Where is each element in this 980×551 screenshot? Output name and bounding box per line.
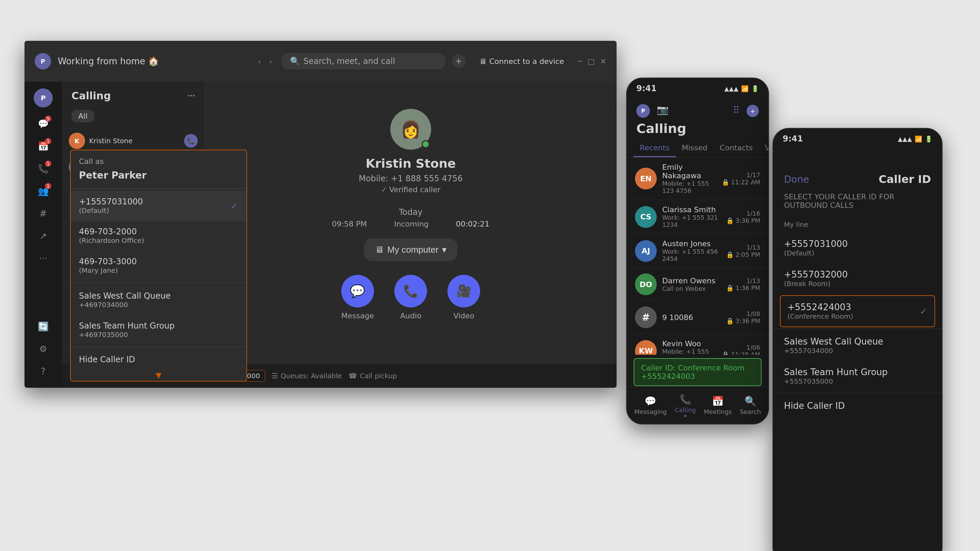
call-icon[interactable]: 📞 [184, 134, 198, 148]
call-duration: 00:02:21 [456, 220, 490, 228]
list-item[interactable]: EN Emily Nakagawa Mobile: +1 555 123 475… [627, 157, 768, 200]
list-item[interactable]: DO Darren Owens Call on Webex 1/13 🔒 1:3… [627, 268, 768, 301]
monitor-icon: 🖥 [479, 57, 487, 66]
item-number: 469-703-2000 [79, 227, 144, 237]
minimize-button[interactable]: ─ [578, 57, 582, 66]
caller-id-item-4[interactable]: Sales West Call Queue +5557034000 [773, 330, 942, 361]
meetings-label: Meetings [704, 408, 732, 415]
item-info: 469-703-2000 (Richardson Office) [79, 227, 144, 245]
phone-calling-title: Calling [627, 121, 768, 140]
queues-item[interactable]: ☰ Queues: Available [272, 372, 342, 380]
contact-panel: 👩 Kristin Stone Mobile: +1 888 555 4756 … [205, 82, 617, 388]
caller-id-item-hide[interactable]: Hide Caller ID [773, 395, 942, 417]
item-number: 469-703-3000 [79, 257, 137, 266]
battery-icon: 🔋 [751, 85, 759, 92]
list-item[interactable]: CS Clarissa Smith Work: +1 555 321 1234 … [627, 200, 768, 234]
item-info: Hide Caller ID [784, 401, 845, 411]
check-icon: ✓ [920, 306, 928, 317]
my-computer-button[interactable]: 🖥 My computer ▾ [364, 238, 457, 261]
add-button[interactable]: + [452, 54, 466, 68]
divider [71, 283, 247, 283]
avatar: # [635, 306, 657, 328]
audio-button[interactable]: 📞 [395, 275, 427, 308]
all-filter-button[interactable]: All [72, 110, 94, 122]
forward-button[interactable]: › [266, 56, 275, 67]
dropdown-item-sales-team[interactable]: Sales Team Hunt Group +4697035000 [71, 315, 247, 345]
filter-bar: All [62, 107, 205, 128]
sidebar-item-more[interactable]: ··· [34, 249, 53, 268]
item-info: Sales Team Hunt Group +5557035000 [784, 367, 888, 385]
connect-device-button[interactable]: 🖥 Connect to a device [472, 54, 571, 69]
tab-contacts[interactable]: Contacts [714, 140, 759, 157]
message-button[interactable]: 💬 [341, 275, 374, 308]
done-button[interactable]: Done [784, 174, 809, 185]
sidebar-item-apps[interactable]: ↗ [34, 227, 53, 246]
sidebar-item-channels[interactable]: # [34, 204, 53, 223]
list-item[interactable]: KW Kevin Woo Mobile: +1 555 342 7864 1/0… [627, 334, 768, 355]
phone-header-left-icons: P 📷 [636, 104, 669, 118]
add-icon[interactable]: + [746, 105, 759, 117]
sidebar-item-calls[interactable]: 📞1 [34, 159, 53, 178]
item-info: +5557031000 (Default) [784, 239, 848, 257]
signal-icon: ▲▲▲ [898, 135, 912, 143]
dropdown-item-default[interactable]: +15557031000 (Default) ✓ [71, 191, 247, 221]
item-info: Sales Team Hunt Group +4697035000 [79, 321, 175, 339]
video-button[interactable]: 🎥 [447, 275, 480, 308]
pickup-icon: ☎ [349, 372, 357, 380]
call-time-section: Today 09:58 PM Incoming 00:02:21 [332, 208, 490, 228]
caller-id-item-2[interactable]: +5557032000 (Break Room) [773, 263, 942, 294]
phone-caller-id-bar[interactable]: Caller ID: Conference Room +5552424003 [633, 358, 762, 386]
item-sub: (Richardson Office) [79, 237, 144, 245]
phone-nav-messaging[interactable]: 💬 Messaging [634, 395, 667, 415]
caller-id-item-3-selected[interactable]: +5552424003 (Conference Room) ✓ [780, 295, 935, 327]
more-options-icon[interactable]: ⋯ [188, 92, 195, 100]
phone-recents-list: EN Emily Nakagawa Mobile: +1 555 123 475… [627, 157, 768, 355]
wifi-icon: 📶 [741, 85, 749, 92]
tab-missed[interactable]: Missed [676, 140, 714, 157]
item-right: 1/06 🔒 11:25 AM [722, 344, 760, 355]
avatar: K [69, 133, 85, 149]
back-button[interactable]: ‹ [255, 56, 264, 67]
list-item[interactable]: AJ Austen Jones Work: +1 555 456 2454 1/… [627, 234, 768, 268]
sidebar-item-help[interactable]: ? [34, 362, 53, 381]
phone-nav-search[interactable]: 🔍 Search [740, 395, 761, 415]
battery-icon: 🔋 [925, 135, 932, 143]
caller-id-item-5[interactable]: Sales Team Hunt Group +5557035000 [773, 361, 942, 392]
item-info: +5552424003 (Conference Room) [788, 302, 853, 321]
phone-nav-meetings[interactable]: 📅 Meetings [704, 395, 732, 415]
close-button[interactable]: ✕ [600, 57, 606, 66]
dropdown-item-sales-west[interactable]: Sales West Call Queue +4697034000 [71, 285, 247, 315]
search-bar[interactable]: 🔍 Search, meet, and call [282, 53, 445, 69]
call-row: 09:58 PM Incoming 00:02:21 [332, 220, 490, 228]
dropdown-item-richardson[interactable]: 469-703-2000 (Richardson Office) [71, 221, 247, 251]
dropdown-item-mary-jane[interactable]: 469-703-3000 (Mary Jane) [71, 251, 247, 281]
item-info: Sales West Call Queue +5557034000 [784, 337, 883, 355]
sidebar-item-calendar[interactable]: 📅1 [34, 137, 53, 156]
signal-icon: ▲▲▲ [724, 85, 738, 92]
tab-recents[interactable]: Recents [633, 140, 676, 157]
verified-icon: ✓ [381, 185, 387, 194]
maximize-button[interactable]: □ [588, 57, 595, 66]
sidebar-item-refresh[interactable]: 🔄 [34, 317, 53, 336]
phone-user-avatar: P [636, 104, 650, 118]
sidebar-item-people[interactable]: 👥1 [34, 182, 53, 201]
sidebar-user-avatar[interactable]: P [34, 89, 53, 108]
window-controls: ─ □ ✕ [578, 57, 606, 66]
item-right: 1/13 🔒 2:05 PM [726, 244, 760, 258]
sidebar-item-chat[interactable]: 💬5 [34, 114, 53, 133]
sidebar-item-settings[interactable]: ⚙ [34, 340, 53, 359]
message-label: Message [341, 311, 374, 320]
grid-icon[interactable]: ⠿ [733, 105, 740, 117]
people-badge: 1 [45, 183, 51, 189]
list-item[interactable]: # 9 10086 1/08 🔒 3:36 PM [627, 301, 768, 334]
caller-id-item-1[interactable]: +5557031000 (Default) [773, 233, 942, 263]
hide-caller-id-option[interactable]: Hide Caller ID [71, 349, 247, 370]
queue-name: Sales West Call Queue [79, 291, 170, 301]
tab-voicemail[interactable]: Voicemail [759, 140, 769, 157]
call-pickup-item[interactable]: ☎ Call pickup [349, 372, 397, 380]
compose-icon[interactable]: 📷 [657, 104, 669, 118]
video-action: 🎥 Video [447, 275, 480, 320]
phone-nav-calling[interactable]: 📞 Calling [675, 394, 695, 417]
contact-verified: ✓ Verified caller [381, 185, 440, 194]
window-title: Working from home 🏠 [58, 56, 248, 66]
